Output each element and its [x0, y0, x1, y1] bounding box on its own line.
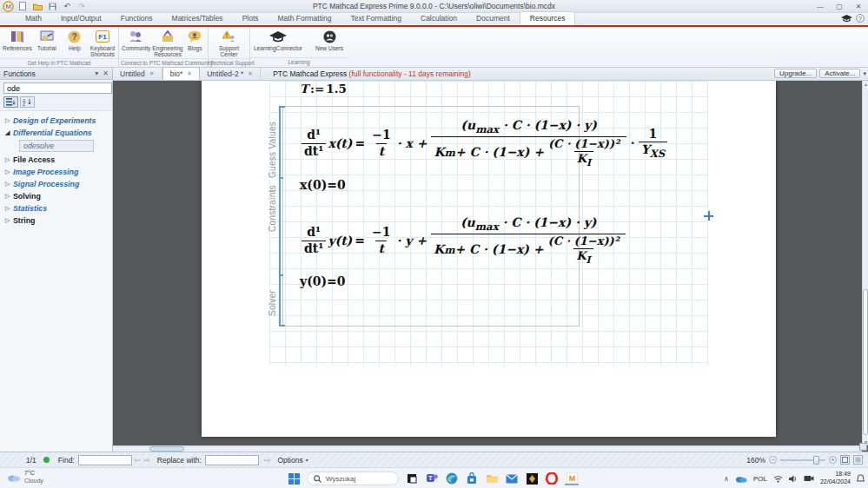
tree-item-solving[interactable]: ▷Solving [0, 190, 112, 202]
file-explorer-icon[interactable] [485, 472, 499, 485]
ode-equation-x[interactable]: d¹ dt¹ x(t) = −1t · x + (umax · C · (1−x… [300, 119, 669, 168]
new-document-icon[interactable] [17, 2, 28, 11]
vertical-scrollbar[interactable]: ▲ ▼ [862, 81, 868, 445]
taskbar-search[interactable]: Wyszukaj [307, 472, 399, 485]
engineering-resources-button[interactable]: Engineering Resources [152, 29, 182, 58]
start-button[interactable] [287, 472, 301, 485]
options-button[interactable]: Options [277, 456, 302, 465]
mail-icon[interactable] [505, 472, 519, 485]
zoom-slider-thumb[interactable] [813, 456, 819, 465]
tab-functions[interactable]: Functions [111, 12, 162, 25]
initial-condition-x[interactable]: x(0)=0 [300, 179, 346, 192]
learning-cap-icon[interactable] [841, 15, 852, 23]
tab-matrices-tables[interactable]: Matrices/Tables [162, 12, 233, 25]
tab-close-icon[interactable]: ✕ [248, 70, 253, 77]
worksheet-page[interactable]: T:=1.5 Guess Values Constraints Solver d… [202, 81, 776, 437]
references-button[interactable]: References [3, 29, 32, 58]
tab-text-formatting[interactable]: Text Formatting [341, 12, 411, 25]
doc-tab-bio[interactable]: bio* ✕ [162, 67, 201, 80]
new-users-button[interactable]: New Users [314, 29, 345, 57]
ode-equation-y[interactable]: d¹ dt¹ y(t) = −1t · y + (umax · C · (1−x… [300, 216, 628, 265]
support-center-button[interactable]: ! Support Center [214, 29, 245, 58]
language-indicator[interactable]: POL [753, 475, 767, 483]
scroll-up-icon[interactable]: ▲ [863, 82, 868, 87]
tree-item-file-access[interactable]: ▷File Access [0, 154, 112, 166]
tutorial-button[interactable]: Tutorial [34, 29, 60, 58]
tab-close-icon[interactable]: ✕ [187, 70, 192, 77]
tab-math-formatting[interactable]: Math Formatting [268, 12, 341, 25]
zoom-out-button[interactable]: − [769, 456, 777, 464]
sort-by-category-button[interactable] [3, 96, 18, 108]
mathcad-taskbar-icon[interactable]: M [565, 472, 579, 485]
tab-math[interactable]: Math [16, 12, 51, 25]
tree-item-image-processing[interactable]: ▷Image Processing [0, 166, 112, 178]
definition-T[interactable]: T:=1.5 [300, 82, 347, 96]
tree-item-statistics[interactable]: ▷Statistics [0, 202, 112, 214]
options-dropdown-icon[interactable]: ▾ [306, 457, 308, 463]
tray-chevron-icon[interactable]: ∧ [724, 475, 729, 483]
worksheet-canvas[interactable]: T:=1.5 Guess Values Constraints Solver d… [113, 81, 868, 452]
vertical-scroll-thumb[interactable] [863, 289, 868, 435]
tab-plots[interactable]: Plots [233, 12, 268, 25]
replace-input[interactable] [205, 455, 259, 465]
speaker-icon[interactable] [789, 475, 798, 483]
redo-icon[interactable]: ↷ [76, 2, 87, 11]
search-icon [314, 475, 321, 483]
panel-close-icon[interactable]: ✕ [103, 69, 109, 77]
tab-resources[interactable]: Resources [520, 11, 576, 25]
opera-icon[interactable] [545, 472, 559, 485]
mathcad-logo-icon[interactable]: M [3, 1, 14, 12]
tree-item-differential-equations[interactable]: ◢Differential Equations [0, 127, 112, 139]
tab-document[interactable]: Document [467, 12, 520, 25]
community-button[interactable]: Community [122, 29, 150, 58]
camera-icon[interactable] [804, 475, 814, 482]
tab-calculation[interactable]: Calculation [411, 12, 467, 25]
function-search-input[interactable] [3, 82, 112, 94]
maximize-button[interactable]: ▢ [830, 1, 849, 12]
teams-icon[interactable]: T [425, 472, 439, 485]
undo-icon[interactable]: ↶ [62, 2, 72, 11]
find-previous-icon[interactable]: ⇦ [134, 456, 141, 465]
activate-button[interactable]: Activate... [819, 69, 860, 78]
help-circle-icon[interactable]: ? [856, 14, 865, 23]
keyboard-shortcuts-button[interactable]: F1 Keyboard Shortcuts [89, 29, 116, 58]
tree-item-string[interactable]: ▷String [0, 214, 112, 227]
microsoft-store-icon[interactable] [465, 472, 479, 485]
wifi-icon[interactable] [773, 475, 783, 483]
tree-item-design-of-experiments[interactable]: ▷Design of Experiments [0, 115, 112, 127]
blogs-button[interactable]: Blogs [185, 29, 205, 58]
horizontal-scrollbar[interactable] [113, 445, 862, 452]
learning-connector-button[interactable]: LearningConnector [253, 29, 303, 57]
upgrade-button[interactable]: Upgrade... [774, 69, 817, 78]
doc-tab-untitled[interactable]: Untitled ✕ [113, 68, 162, 80]
onedrive-icon[interactable] [735, 475, 747, 483]
find-input[interactable] [78, 455, 132, 465]
tab-close-icon[interactable]: ✕ [149, 70, 155, 77]
doc-tab-untitled-2[interactable]: Untitled-2 * ✕ [200, 68, 261, 80]
clock[interactable]: 18:49 22/04/2024 [820, 471, 851, 486]
weather-widget[interactable]: 7°CCloudy [7, 470, 43, 485]
sort-alphabetical-button[interactable]: AZ [20, 96, 35, 108]
draft-view-button[interactable] [853, 455, 863, 465]
panel-dropdown-icon[interactable]: ▾ [95, 69, 98, 77]
app-icon-black-gold[interactable] [525, 472, 539, 485]
replace-go-icon[interactable]: ⇨ [264, 456, 271, 465]
scroll-corner-button[interactable] [859, 443, 867, 451]
tree-item-odesolve[interactable]: odesolve [19, 140, 94, 152]
close-button[interactable]: ✕ [849, 1, 868, 12]
zoom-in-button[interactable]: + [829, 456, 837, 464]
task-view-button[interactable] [405, 472, 419, 485]
minimize-button[interactable]: — [811, 1, 830, 12]
help-button[interactable]: ? Help [62, 29, 88, 58]
page-view-button[interactable] [840, 455, 850, 465]
notifications-bell-icon[interactable] [857, 474, 865, 483]
edge-icon[interactable] [445, 472, 459, 485]
initial-condition-y[interactable]: y(0)=0 [300, 275, 346, 288]
tree-item-signal-processing[interactable]: ▷Signal Processing [0, 178, 112, 190]
tab-input-output[interactable]: Input/Output [51, 12, 111, 25]
more-options-icon[interactable]: ▾ [863, 70, 866, 77]
zoom-slider[interactable] [780, 459, 825, 461]
open-folder-icon[interactable] [32, 2, 43, 11]
save-icon[interactable] [47, 2, 57, 11]
find-next-icon[interactable]: ⇨ [143, 456, 150, 465]
